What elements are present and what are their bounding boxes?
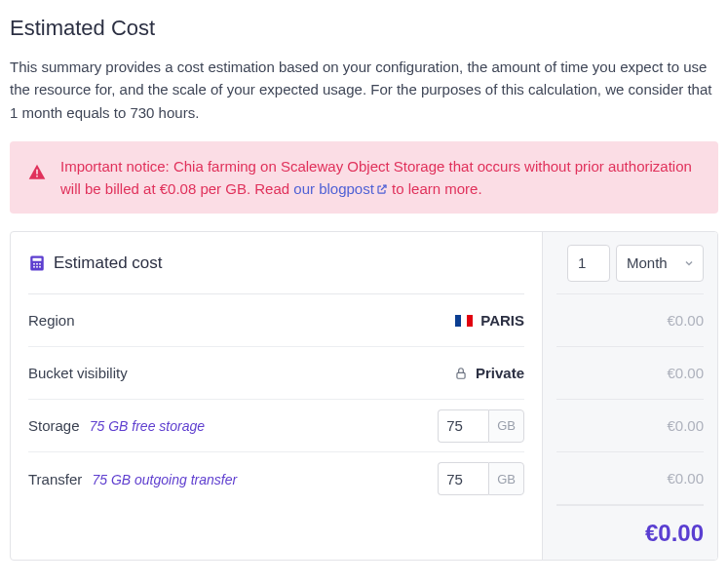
calculator-icon — [28, 254, 46, 272]
svg-point-5 — [36, 263, 38, 265]
intro-text: This summary provides a cost estimation … — [10, 56, 718, 124]
panel-header-title: Estimated cost — [54, 253, 163, 273]
svg-rect-1 — [36, 175, 38, 177]
region-value: PARIS — [455, 312, 524, 329]
cost-panel-right: Month €0.00 €0.00 €0.00 €0.00 €0.00 — [542, 232, 717, 560]
panel-header-row: Estimated cost — [28, 232, 524, 294]
warning-icon — [27, 163, 47, 182]
warning-notice: Important notice: Chia farming on Scalew… — [10, 141, 718, 214]
svg-point-4 — [33, 263, 35, 265]
row-storage: Storage 75 GB free storage GB — [28, 400, 524, 452]
period-select[interactable]: Month — [616, 245, 704, 282]
row-region: Region PARIS — [28, 294, 524, 347]
svg-point-8 — [36, 266, 38, 268]
price-region: €0.00 — [556, 294, 704, 347]
france-flag-icon — [455, 315, 473, 327]
page-title: Estimated Cost — [10, 16, 718, 41]
svg-point-6 — [39, 263, 41, 265]
total-price: €0.00 — [556, 505, 704, 560]
transfer-hint: 75 GB outgoing transfer — [92, 472, 237, 487]
transfer-unit: GB — [488, 462, 524, 495]
notice-text-after: to learn more. — [392, 180, 482, 197]
cost-panel: Estimated cost Region PARIS Bucket visib… — [10, 231, 718, 561]
svg-rect-11 — [461, 315, 467, 327]
svg-rect-10 — [455, 315, 461, 327]
storage-input[interactable] — [438, 409, 488, 443]
storage-label: Storage 75 GB free storage — [28, 417, 438, 434]
transfer-label: Transfer 75 GB outgoing transfer — [28, 471, 438, 487]
transfer-input[interactable] — [438, 462, 488, 495]
row-visibility: Bucket visibility Private — [28, 347, 524, 400]
svg-rect-0 — [36, 169, 38, 174]
svg-point-7 — [33, 266, 35, 268]
price-transfer: €0.00 — [556, 452, 704, 505]
storage-hint: 75 GB free storage — [90, 418, 205, 434]
svg-point-9 — [39, 266, 41, 268]
cost-panel-left: Estimated cost Region PARIS Bucket visib… — [11, 232, 542, 560]
quantity-input[interactable] — [567, 245, 610, 282]
notice-link[interactable]: our blogpost — [293, 180, 388, 197]
row-transfer: Transfer 75 GB outgoing transfer GB — [28, 452, 524, 505]
chevron-down-icon — [683, 257, 695, 269]
period-selector-row: Month — [556, 232, 704, 294]
svg-rect-12 — [467, 315, 473, 327]
svg-rect-3 — [33, 258, 42, 261]
lock-icon — [454, 367, 468, 380]
visibility-label: Bucket visibility — [28, 365, 454, 381]
region-label: Region — [28, 312, 455, 329]
storage-input-group: GB — [438, 409, 524, 443]
transfer-input-group: GB — [438, 462, 524, 495]
external-link-icon — [376, 183, 388, 195]
price-visibility: €0.00 — [556, 347, 704, 400]
svg-rect-13 — [457, 372, 465, 378]
price-storage: €0.00 — [556, 400, 704, 452]
storage-unit: GB — [488, 409, 524, 443]
visibility-value: Private — [454, 365, 524, 381]
